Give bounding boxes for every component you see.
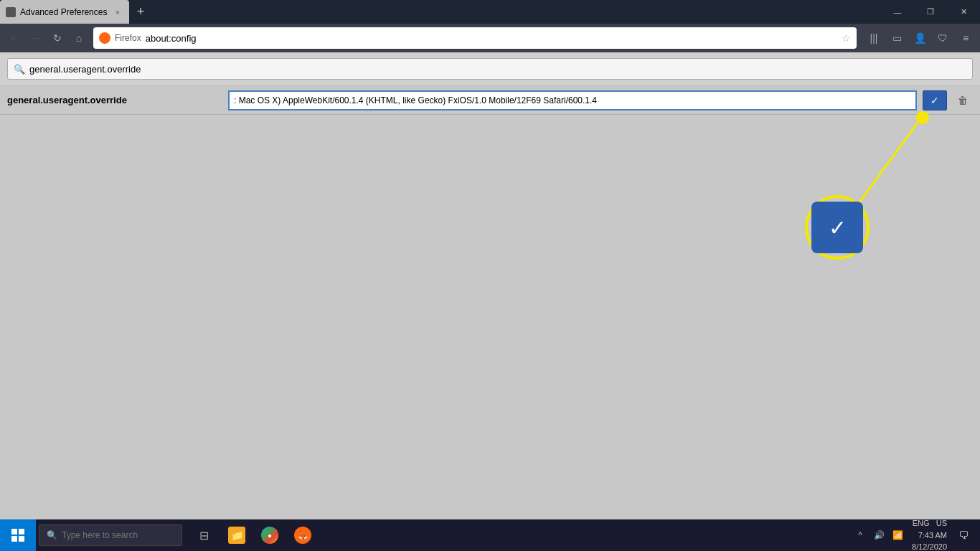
titlebar: Advanced Preferences × + — ❐ ✕	[0, 0, 980, 24]
navbar: ← → ↻ ⌂ Firefox about:config ☆ ||| ▭ 👤 🛡…	[0, 24, 980, 52]
tab-favicon	[6, 7, 16, 17]
task-view-icon: ⊟	[199, 529, 209, 542]
taskbar-task-view[interactable]: ⊟	[188, 519, 220, 551]
close-tab-button[interactable]: ×	[112, 6, 123, 18]
tray-volume-icon[interactable]: 🔊	[870, 527, 887, 544]
taskbar-search-icon: 🔍	[47, 530, 57, 540]
address-url[interactable]: about:config	[146, 33, 837, 44]
tray-time: 7:43 AM	[912, 529, 947, 542]
back-button[interactable]: ←	[4, 28, 24, 48]
taskbar-app-icons: ⊟ 📁 ● 🦊	[188, 519, 319, 551]
account-icon[interactable]: 👤	[910, 28, 930, 48]
tray-chevron[interactable]: ^	[852, 527, 869, 544]
notification-icon[interactable]: 🗨	[953, 524, 974, 546]
forward-button[interactable]: →	[26, 28, 46, 48]
svg-rect-3	[11, 536, 17, 542]
taskbar-search[interactable]: 🔍	[39, 524, 182, 546]
firefox-logo-icon	[99, 32, 110, 44]
pref-name-label: general.useragent.override	[7, 95, 222, 105]
tray-clock: ENG US 7:43 AM 8/12/2020	[912, 517, 947, 551]
tray-date: 8/12/2020	[912, 541, 947, 551]
taskbar-search-input[interactable]	[62, 530, 174, 540]
close-button[interactable]: ✕	[947, 0, 980, 24]
windows-logo-icon	[11, 529, 24, 542]
bookmark-star-icon[interactable]: ☆	[842, 32, 851, 44]
reload-button[interactable]: ↻	[47, 28, 67, 48]
delete-button[interactable]: 🗑	[953, 90, 973, 110]
pref-value-input[interactable]	[228, 90, 917, 110]
chrome-icon: ●	[261, 527, 278, 544]
firefox-icon: 🦊	[294, 527, 311, 544]
config-row: general.useragent.override ✓ 🗑	[0, 86, 980, 115]
tray-lang: ENG US	[912, 517, 947, 529]
menu-icon[interactable]: ≡	[956, 28, 976, 48]
main-content: 🔍 general.useragent.override ✓ 🗑	[0, 52, 980, 519]
bookmarks-icon[interactable]: |||	[864, 28, 884, 48]
taskbar-file-explorer[interactable]: 📁	[221, 519, 253, 551]
file-explorer-icon: 📁	[228, 527, 245, 544]
search-bar-area: 🔍	[0, 52, 980, 86]
address-bar[interactable]: Firefox about:config ☆	[93, 27, 857, 49]
delete-icon: 🗑	[958, 95, 968, 106]
taskbar-chrome[interactable]: ●	[254, 519, 286, 551]
titlebar-controls: — ❐ ✕	[881, 0, 980, 24]
shield-icon[interactable]: 🛡	[933, 28, 953, 48]
minimize-button[interactable]: —	[881, 0, 914, 24]
taskbar-firefox[interactable]: 🦊	[287, 519, 319, 551]
confirm-button[interactable]: ✓	[923, 90, 947, 110]
tab-bar: Advanced Preferences × +	[0, 0, 881, 24]
search-wrapper[interactable]: 🔍	[7, 58, 973, 80]
browser-brand-label: Firefox	[115, 33, 141, 43]
tray-network-icon[interactable]: 📶	[889, 527, 906, 544]
taskbar: 🔍 ⊟ 📁 ● 🦊 ^ 🔊 📶 ENG	[0, 519, 980, 551]
svg-rect-2	[19, 529, 24, 534]
active-tab[interactable]: Advanced Preferences ×	[0, 0, 129, 24]
tab-title: Advanced Preferences	[20, 7, 108, 17]
home-button[interactable]: ⌂	[69, 28, 89, 48]
restore-button[interactable]: ❐	[914, 0, 947, 24]
sidebar-icon[interactable]: ▭	[887, 28, 907, 48]
svg-rect-4	[19, 536, 24, 542]
search-icon: 🔍	[14, 64, 25, 75]
search-input[interactable]	[29, 64, 966, 75]
checkmark-icon: ✓	[930, 95, 939, 106]
new-tab-button[interactable]: +	[131, 0, 151, 24]
start-button[interactable]	[0, 519, 36, 551]
toolbar-icons: ||| ▭ 👤 🛡 ≡	[864, 28, 976, 48]
svg-rect-1	[11, 529, 17, 534]
taskbar-tray: ^ 🔊 📶 ENG US 7:43 AM 8/12/2020 🗨	[846, 517, 980, 551]
